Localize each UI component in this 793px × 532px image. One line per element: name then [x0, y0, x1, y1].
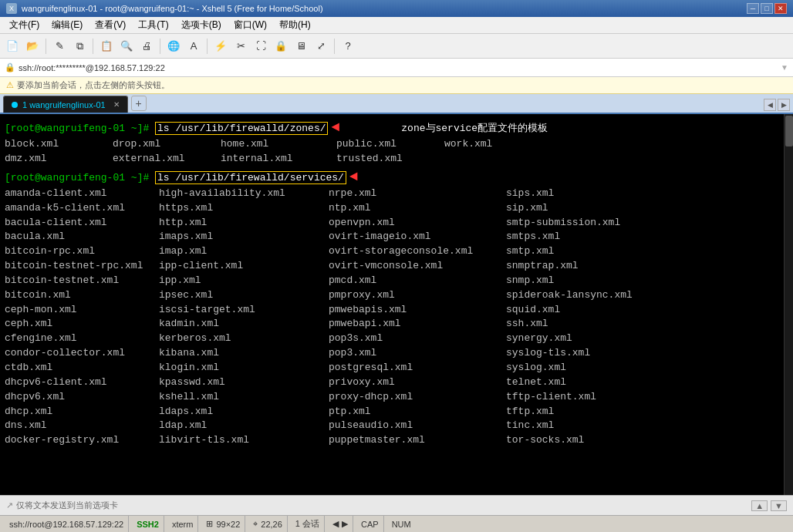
tb-globe-btn[interactable]: 🌐 [164, 37, 183, 56]
tb-open-btn[interactable]: 📂 [23, 37, 42, 56]
terminal-line-6: amanda-k5-client.xmlhttps.xmlntp.xmlsip.… [5, 201, 788, 216]
status-bar: ssh://root@192.168.57.129:22 SSH2 xterm … [0, 515, 793, 532]
cmd-highlight-1: ls /usr/lib/firewalld/zones/ [155, 122, 328, 135]
menu-view[interactable]: 查看(V) [89, 17, 132, 33]
menu-tools[interactable]: 工具(T) [132, 17, 174, 33]
cell: internal.xml [221, 152, 336, 167]
bottom-bar: ↗ 仅将文本发送到当前选项卡 ▲ ▼ [0, 495, 793, 515]
terminal-line-22: docker-registry.xmllibvirt-tls.xmlpuppet… [5, 433, 788, 448]
status-pos-text: 22,26 [261, 520, 282, 529]
minimize-button[interactable]: ─ [747, 3, 759, 14]
tb-sep-2 [93, 39, 93, 54]
lock-icon: 🔒 [5, 62, 15, 72]
terminal-line-18: dhcpv6-client.xmlkpasswd.xmlprivoxy.xmlt… [5, 375, 788, 390]
tb-sep-4 [207, 39, 208, 54]
terminal-line-19: dhcpv6.xmlkshell.xmlproxy-dhcp.xmltftp-c… [5, 390, 788, 405]
status-sessions: 1 会话 [291, 516, 325, 532]
tb-monitor-btn[interactable]: 🖥 [292, 37, 310, 56]
status-nav: ◀ ▶ [328, 516, 353, 532]
tab-nav-right[interactable]: ▶ [778, 99, 790, 111]
status-terminal: xterm [167, 516, 199, 532]
tab-label: 1 wangruifenglinux-01 [22, 100, 106, 109]
tb-connect-btn[interactable]: ⚡ [211, 37, 230, 56]
tb-copy-btn[interactable]: ⧉ [70, 37, 89, 56]
cell: trusted.xml [336, 153, 403, 164]
terminal-line-15: cfengine.xmlkerberos.xmlpop3s.xmlsynergy… [5, 332, 788, 346]
menu-help[interactable]: 帮助(H) [273, 17, 317, 33]
close-button[interactable]: ✕ [774, 3, 787, 14]
scrollbar-thumb[interactable] [785, 116, 793, 146]
tab-active[interactable]: 1 wangruifenglinux-01 ✕ [3, 96, 128, 113]
prompt-1: [root@wangruifeng-01 ~]# [5, 123, 149, 134]
status-size-text: 99×22 [216, 520, 240, 529]
cell: dmz.xml [5, 152, 113, 167]
status-num: NUM [387, 516, 416, 532]
tb-edit-btn[interactable]: ✎ [50, 37, 69, 56]
tb-search-btn[interactable]: 🔍 [117, 37, 136, 56]
tb-paste-btn[interactable]: 📋 [97, 37, 116, 56]
cell: home.xml [221, 137, 336, 152]
app-window: X wangruifenglinux-01 - root@wangruifeng… [0, 0, 793, 532]
terminal-line-5: amanda-client.xmlhigh-availability.xmlnr… [5, 187, 788, 201]
bottom-down-btn[interactable]: ▼ [771, 500, 787, 511]
tab-add-button[interactable]: + [131, 96, 147, 111]
tb-new-btn[interactable]: 📄 [3, 37, 22, 56]
cmd-highlight-2: ls /usr/lib/firewalld/services/ [155, 171, 346, 184]
terminal-line-7: bacula-client.xmlhttp.xmlopenvpn.xmlsmtp… [5, 216, 788, 231]
terminal-line-9: bitcoin-rpc.xmlimap.xmlovirt-storagecons… [5, 244, 788, 259]
tb-disconnect-btn[interactable]: ✂ [231, 37, 250, 56]
bottom-up-btn[interactable]: ▲ [751, 500, 768, 511]
terminal[interactable]: [root@wangruifeng-01 ~]# ls /usr/lib/fir… [0, 114, 793, 495]
status-path-text: ssh://root@192.168.57.129:22 [9, 520, 123, 529]
terminal-line-21: dns.xmlldap.xmlpulseaudio.xmltinc.xml [5, 419, 788, 433]
menu-file[interactable]: 文件(F) [3, 17, 46, 33]
info-text: 要添加当前会话，点击左侧的箭头按钮。 [17, 79, 170, 91]
tb-font-btn[interactable]: A [184, 37, 203, 56]
menu-edit[interactable]: 编辑(E) [46, 17, 89, 33]
tb-expand-btn[interactable]: ⤢ [312, 37, 330, 56]
terminal-line-11: bitcoin-testnet.xmlipp.xmlpmcd.xmlsnmp.x… [5, 274, 788, 288]
status-xterm: xterm [172, 520, 194, 529]
status-down-btn[interactable]: ▶ [342, 519, 348, 529]
bottom-bar-text: 仅将文本发送到当前选项卡 [16, 500, 118, 511]
status-size: ⊞ 99×22 [201, 516, 245, 532]
tab-indicator [12, 102, 18, 108]
prompt-2: [root@wangruifeng-01 ~]# [5, 172, 149, 184]
status-caps: CAP [356, 516, 384, 532]
tb-print-btn[interactable]: 🖨 [137, 37, 156, 56]
tb-sep-5 [334, 39, 335, 54]
annotation: zone与service配置文件的模板 [401, 123, 548, 134]
menu-window[interactable]: 窗口(W) [228, 17, 273, 33]
tb-sep-1 [46, 39, 46, 54]
tb-sep-3 [160, 39, 160, 54]
menu-bar: 文件(F) 编辑(E) 查看(V) 工具(T) 选项卡(B) 窗口(W) 帮助(… [0, 17, 793, 34]
tab-close-button[interactable]: ✕ [113, 100, 120, 109]
tb-lock-btn[interactable]: 🔒 [272, 37, 290, 56]
terminal-line-10: bitcoin-testnet-rpc.xmlipp-client.xmlovi… [5, 259, 788, 274]
cmd-1 [149, 123, 155, 134]
terminal-scrollbar[interactable] [784, 114, 793, 495]
status-up-btn[interactable]: ◀ [332, 519, 339, 529]
toolbar: 📄 📂 ✎ ⧉ 📋 🔍 🖨 🌐 A ⚡ ✂ ⛶ 🔒 🖥 ⤢ ? [0, 34, 793, 59]
terminal-line-4: [root@wangruifeng-01 ~]# ls /usr/lib/fir… [5, 167, 788, 187]
terminal-content: [root@wangruifeng-01 ~]# ls /usr/lib/fir… [5, 117, 788, 487]
maximize-button[interactable]: □ [761, 3, 773, 14]
address-text: ssh://root:*********@192.168.57.129:22 [19, 63, 165, 72]
size-icon: ⊞ [206, 519, 213, 529]
cell: block.xml [5, 137, 113, 152]
terminal-line-17: ctdb.xmlklogin.xmlpostgresql.xmlsyslog.x… [5, 361, 788, 375]
terminal-line-12: bitcoin.xmlipsec.xmlpmproxy.xmlspideroak… [5, 288, 788, 303]
tb-help-btn[interactable]: ? [339, 37, 357, 56]
terminal-line-1: [root@wangruifeng-01 ~]# ls /usr/lib/fir… [5, 117, 788, 137]
status-position: ⌖ 22,26 [248, 516, 288, 532]
tab-nav-left[interactable]: ◀ [764, 99, 776, 111]
tb-fullscreen-btn[interactable]: ⛶ [251, 37, 270, 56]
menu-tabs[interactable]: 选项卡(B) [175, 17, 228, 33]
arrow-1: ◄ [331, 120, 339, 135]
cell: public.xml [336, 137, 444, 152]
address-dropdown[interactable]: ▼ [781, 63, 788, 72]
pos-icon: ⌖ [253, 519, 258, 529]
window-controls: ─ □ ✕ [747, 3, 787, 14]
terminal-line-14: ceph.xmlkadmin.xmlpmwebapi.xmlssh.xml [5, 317, 788, 332]
terminal-line-16: condor-collector.xmlkibana.xmlpop3.xmlsy… [5, 346, 788, 361]
